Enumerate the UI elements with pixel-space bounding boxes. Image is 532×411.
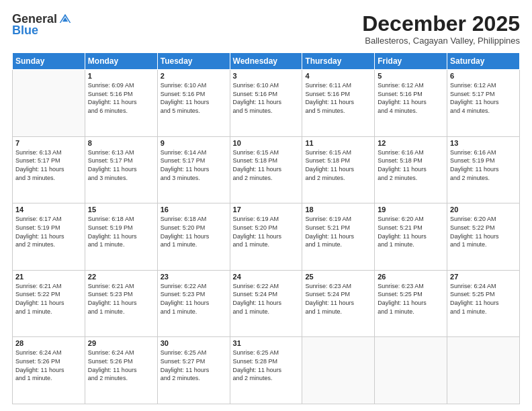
day-number: 22 <box>88 273 154 281</box>
calendar-cell: 8Sunrise: 6:13 AMSunset: 5:17 PMDaylight… <box>85 136 157 203</box>
day-number: 30 <box>161 339 227 347</box>
day-info: Sunrise: 6:16 AMSunset: 5:18 PMDaylight:… <box>378 148 444 182</box>
logo-blue-text: Blue <box>12 24 38 38</box>
day-info: Sunrise: 6:16 AMSunset: 5:19 PMDaylight:… <box>450 148 517 182</box>
week-row-4: 21Sunrise: 6:21 AMSunset: 5:22 PMDayligh… <box>13 270 520 337</box>
day-number: 3 <box>233 72 300 80</box>
day-info: Sunrise: 6:13 AMSunset: 5:17 PMDaylight:… <box>15 148 82 182</box>
day-info: Sunrise: 6:21 AMSunset: 5:22 PMDaylight:… <box>15 282 82 316</box>
logo-icon <box>58 13 72 26</box>
calendar-cell: 16Sunrise: 6:18 AMSunset: 5:20 PMDayligh… <box>157 203 230 271</box>
calendar-cell: 19Sunrise: 6:20 AMSunset: 5:21 PMDayligh… <box>375 203 447 271</box>
day-info: Sunrise: 6:10 AMSunset: 5:16 PMDaylight:… <box>233 81 300 115</box>
weekday-header-row: SundayMondayTuesdayWednesdayThursdayFrid… <box>13 53 520 70</box>
day-number: 7 <box>15 139 82 147</box>
day-info: Sunrise: 6:10 AMSunset: 5:16 PMDaylight:… <box>161 81 227 115</box>
header: General Blue December 2025 Ballesteros, … <box>12 12 520 46</box>
calendar-cell <box>302 337 375 404</box>
day-number: 11 <box>305 139 371 147</box>
weekday-header-tuesday: Tuesday <box>157 53 230 70</box>
day-number: 21 <box>15 273 82 281</box>
calendar-cell: 3Sunrise: 6:10 AMSunset: 5:16 PMDaylight… <box>230 70 302 137</box>
calendar-cell: 15Sunrise: 6:18 AMSunset: 5:19 PMDayligh… <box>85 203 157 271</box>
day-info: Sunrise: 6:09 AMSunset: 5:16 PMDaylight:… <box>88 81 154 115</box>
day-info: Sunrise: 6:20 AMSunset: 5:21 PMDaylight:… <box>378 215 444 248</box>
calendar-cell: 24Sunrise: 6:22 AMSunset: 5:24 PMDayligh… <box>230 270 302 337</box>
day-number: 17 <box>233 205 300 214</box>
calendar-cell: 21Sunrise: 6:21 AMSunset: 5:22 PMDayligh… <box>13 270 85 337</box>
calendar-cell: 23Sunrise: 6:22 AMSunset: 5:23 PMDayligh… <box>157 270 230 337</box>
day-info: Sunrise: 6:14 AMSunset: 5:17 PMDaylight:… <box>161 148 227 182</box>
day-info: Sunrise: 6:15 AMSunset: 5:18 PMDaylight:… <box>305 148 371 182</box>
day-number: 6 <box>450 72 517 80</box>
day-info: Sunrise: 6:24 AMSunset: 5:26 PMDaylight:… <box>15 349 82 382</box>
day-number: 29 <box>88 339 154 347</box>
calendar-cell: 27Sunrise: 6:24 AMSunset: 5:25 PMDayligh… <box>447 270 520 337</box>
calendar-cell: 20Sunrise: 6:20 AMSunset: 5:22 PMDayligh… <box>447 203 520 271</box>
day-number: 28 <box>15 339 82 347</box>
day-info: Sunrise: 6:20 AMSunset: 5:22 PMDaylight:… <box>450 215 517 248</box>
day-number: 20 <box>450 205 517 214</box>
week-row-2: 7Sunrise: 6:13 AMSunset: 5:17 PMDaylight… <box>13 136 520 203</box>
day-info: Sunrise: 6:12 AMSunset: 5:16 PMDaylight:… <box>378 81 444 115</box>
calendar-cell: 6Sunrise: 6:12 AMSunset: 5:17 PMDaylight… <box>447 70 520 137</box>
weekday-header-thursday: Thursday <box>302 53 375 70</box>
title-section: December 2025 Ballesteros, Cagayan Valle… <box>362 12 520 46</box>
logo: General Blue <box>12 12 72 38</box>
day-info: Sunrise: 6:17 AMSunset: 5:19 PMDaylight:… <box>15 215 82 248</box>
weekday-header-friday: Friday <box>375 53 447 70</box>
calendar-cell <box>447 337 520 404</box>
day-number: 8 <box>88 139 154 147</box>
day-info: Sunrise: 6:15 AMSunset: 5:18 PMDaylight:… <box>233 148 300 182</box>
weekday-header-saturday: Saturday <box>447 53 520 70</box>
day-info: Sunrise: 6:18 AMSunset: 5:19 PMDaylight:… <box>88 215 154 248</box>
weekday-header-monday: Monday <box>85 53 157 70</box>
calendar-cell: 28Sunrise: 6:24 AMSunset: 5:26 PMDayligh… <box>13 337 85 404</box>
day-number: 27 <box>450 273 517 281</box>
calendar-cell: 29Sunrise: 6:24 AMSunset: 5:26 PMDayligh… <box>85 337 157 404</box>
day-info: Sunrise: 6:25 AMSunset: 5:28 PMDaylight:… <box>233 349 300 382</box>
day-info: Sunrise: 6:18 AMSunset: 5:20 PMDaylight:… <box>161 215 227 248</box>
calendar-cell: 14Sunrise: 6:17 AMSunset: 5:19 PMDayligh… <box>13 203 85 271</box>
weekday-header-sunday: Sunday <box>13 53 85 70</box>
calendar-table: SundayMondayTuesdayWednesdayThursdayFrid… <box>12 52 520 404</box>
calendar-cell: 12Sunrise: 6:16 AMSunset: 5:18 PMDayligh… <box>375 136 447 203</box>
weekday-header-wednesday: Wednesday <box>230 53 302 70</box>
calendar-cell <box>13 70 85 137</box>
calendar-cell: 18Sunrise: 6:19 AMSunset: 5:21 PMDayligh… <box>302 203 375 271</box>
calendar-cell: 31Sunrise: 6:25 AMSunset: 5:28 PMDayligh… <box>230 337 302 404</box>
day-info: Sunrise: 6:24 AMSunset: 5:26 PMDaylight:… <box>88 349 154 382</box>
day-number: 4 <box>305 72 371 80</box>
calendar-cell: 2Sunrise: 6:10 AMSunset: 5:16 PMDaylight… <box>157 70 230 137</box>
week-row-3: 14Sunrise: 6:17 AMSunset: 5:19 PMDayligh… <box>13 203 520 271</box>
day-number: 25 <box>305 273 371 281</box>
week-row-1: 1Sunrise: 6:09 AMSunset: 5:16 PMDaylight… <box>13 70 520 137</box>
day-number: 13 <box>450 139 517 147</box>
calendar-cell: 10Sunrise: 6:15 AMSunset: 5:18 PMDayligh… <box>230 136 302 203</box>
day-info: Sunrise: 6:19 AMSunset: 5:21 PMDaylight:… <box>305 215 371 248</box>
day-info: Sunrise: 6:23 AMSunset: 5:25 PMDaylight:… <box>378 282 444 316</box>
calendar-cell: 1Sunrise: 6:09 AMSunset: 5:16 PMDaylight… <box>85 70 157 137</box>
day-number: 31 <box>233 339 300 347</box>
page: General Blue December 2025 Ballesteros, … <box>0 0 532 411</box>
calendar-cell: 7Sunrise: 6:13 AMSunset: 5:17 PMDaylight… <box>13 136 85 203</box>
day-number: 12 <box>378 139 444 147</box>
calendar-cell: 26Sunrise: 6:23 AMSunset: 5:25 PMDayligh… <box>375 270 447 337</box>
day-info: Sunrise: 6:12 AMSunset: 5:17 PMDaylight:… <box>450 81 517 115</box>
day-number: 9 <box>161 139 227 147</box>
day-number: 23 <box>161 273 227 281</box>
month-title: December 2025 <box>362 12 520 36</box>
day-info: Sunrise: 6:11 AMSunset: 5:16 PMDaylight:… <box>305 81 371 115</box>
calendar-cell: 5Sunrise: 6:12 AMSunset: 5:16 PMDaylight… <box>375 70 447 137</box>
location: Ballesteros, Cagayan Valley, Philippines <box>362 36 520 46</box>
calendar-cell: 30Sunrise: 6:25 AMSunset: 5:27 PMDayligh… <box>157 337 230 404</box>
calendar-cell: 17Sunrise: 6:19 AMSunset: 5:20 PMDayligh… <box>230 203 302 271</box>
day-number: 16 <box>161 205 227 214</box>
day-info: Sunrise: 6:21 AMSunset: 5:23 PMDaylight:… <box>88 282 154 316</box>
week-row-5: 28Sunrise: 6:24 AMSunset: 5:26 PMDayligh… <box>13 337 520 404</box>
day-number: 15 <box>88 205 154 214</box>
day-number: 1 <box>88 72 154 80</box>
day-info: Sunrise: 6:19 AMSunset: 5:20 PMDaylight:… <box>233 215 300 248</box>
day-number: 26 <box>378 273 444 281</box>
day-number: 10 <box>233 139 300 147</box>
